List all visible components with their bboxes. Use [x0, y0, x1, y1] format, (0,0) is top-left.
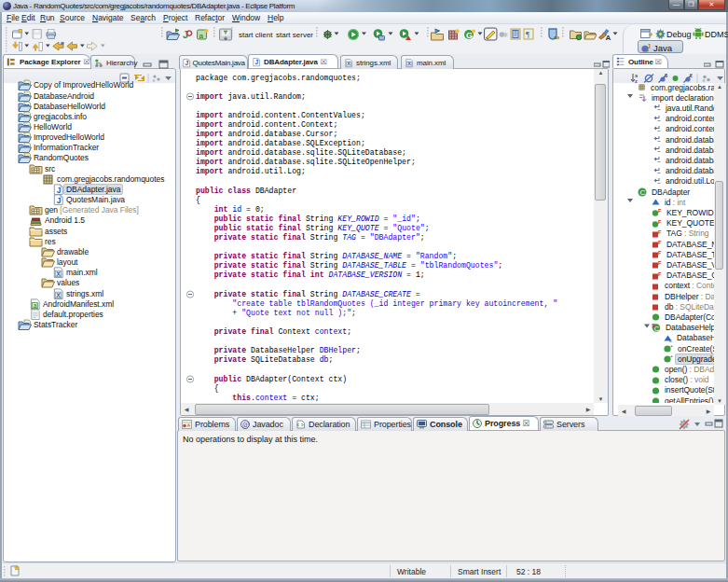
- svg-text:G: G: [466, 31, 473, 40]
- svg-text:F: F: [658, 240, 662, 245]
- svg-text:F: F: [658, 260, 662, 266]
- svg-text:F: F: [658, 219, 662, 225]
- svg-text:C: C: [640, 188, 646, 197]
- svg-text:z: z: [635, 78, 638, 84]
- svg-text:@: @: [242, 421, 249, 429]
- svg-text:F: F: [658, 250, 662, 256]
- svg-text:S: S: [652, 323, 655, 328]
- svg-text:A: A: [606, 34, 611, 42]
- svg-text:F: F: [658, 208, 662, 214]
- svg-text:F: F: [658, 271, 662, 277]
- svg-text:F: F: [658, 229, 662, 235]
- svg-text:¶: ¶: [526, 30, 529, 39]
- svg-text:c: c: [669, 338, 672, 342]
- svg-text:J: J: [647, 43, 651, 49]
- svg-text:a: a: [199, 32, 204, 40]
